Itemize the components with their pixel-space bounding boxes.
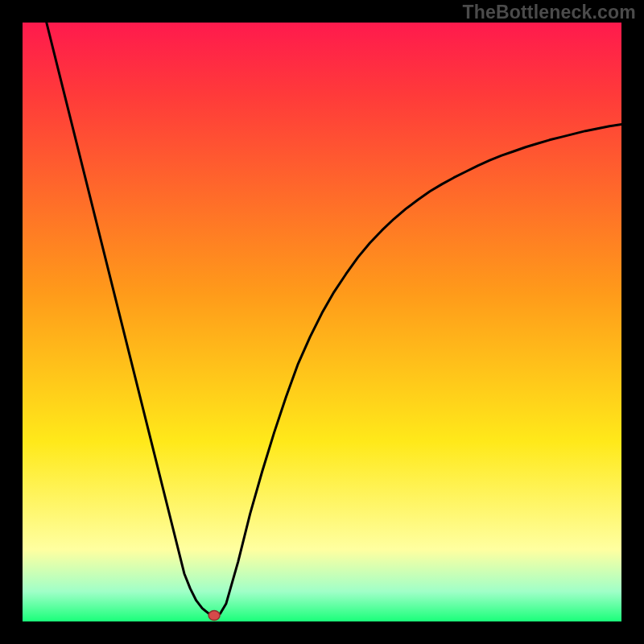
optimum-marker <box>208 611 220 621</box>
chart-container: TheBottleneck.com <box>0 0 644 644</box>
plot-area <box>23 23 621 621</box>
watermark-text: TheBottleneck.com <box>462 2 636 23</box>
chart-svg <box>23 23 621 621</box>
heat-gradient <box>23 23 621 621</box>
